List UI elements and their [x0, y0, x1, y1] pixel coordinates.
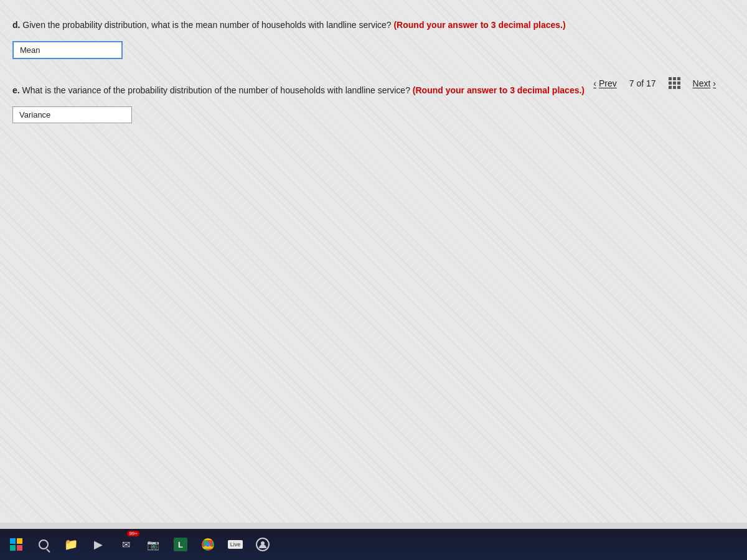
- page-current: 7: [629, 78, 634, 88]
- grid-dot-5: [673, 82, 676, 85]
- grid-dot-2: [673, 77, 676, 80]
- page-info: 7 of 17: [629, 78, 656, 88]
- photo-icon: 📷: [147, 539, 159, 551]
- l-app-button[interactable]: L: [168, 532, 193, 557]
- win-pane-2: [17, 538, 22, 544]
- navigation-bar: ‹ Prev 7 of 17 Next ›: [593, 77, 716, 89]
- question-e-normal-text: What is the variance of the probability …: [22, 85, 413, 95]
- variance-input-wrapper: Variance: [12, 106, 132, 123]
- next-label: Next: [693, 78, 711, 88]
- video-button[interactable]: ▶: [86, 532, 111, 557]
- mail-badge: 99+: [127, 531, 139, 536]
- question-d-text: d. Given the probability distribution, w…: [12, 19, 735, 32]
- windows-icon: [10, 538, 22, 551]
- taskbar: 📁 ▶ ✉ 99+ 📷 L Live: [0, 529, 747, 560]
- question-d-normal-text: Given the probability distribution, what…: [22, 20, 393, 30]
- question-e-bold-text: (Round your answer to 3 decimal places.): [413, 85, 585, 95]
- person-icon: [256, 538, 270, 551]
- next-button[interactable]: Next ›: [693, 78, 716, 88]
- mean-input[interactable]: [44, 44, 119, 57]
- next-chevron-icon: ›: [713, 78, 716, 88]
- mail-button[interactable]: ✉ 99+: [113, 532, 138, 557]
- mean-input-wrapper: Mean: [12, 41, 123, 59]
- question-d-bold-text: (Round your answer to 3 decimal places.): [393, 20, 565, 30]
- prev-button[interactable]: ‹ Prev: [593, 78, 616, 88]
- live-button[interactable]: Live: [223, 532, 248, 557]
- grid-dot-1: [669, 77, 672, 80]
- chrome-inner: [206, 543, 210, 547]
- person-button[interactable]: [250, 532, 275, 557]
- prev-chevron-icon: ‹: [593, 78, 596, 88]
- variance-input[interactable]: [54, 108, 129, 121]
- question-d: d. Given the probability distribution, w…: [12, 19, 735, 59]
- chrome-icon: [202, 538, 214, 551]
- file-explorer-button[interactable]: 📁: [59, 532, 83, 557]
- search-icon: [39, 539, 49, 549]
- folder-icon: 📁: [64, 538, 78, 551]
- chrome-button[interactable]: [195, 532, 220, 557]
- prev-label: Prev: [599, 78, 617, 88]
- grid-dot-7: [669, 86, 672, 89]
- win-pane-3: [10, 545, 16, 551]
- question-e-label: e.: [12, 85, 20, 95]
- video-icon: ▶: [94, 538, 103, 551]
- grid-dot-9: [677, 86, 680, 89]
- l-icon: L: [174, 538, 187, 551]
- photo-button[interactable]: 📷: [141, 532, 166, 557]
- grid-dot-3: [677, 77, 680, 80]
- variance-label: Variance: [16, 108, 54, 121]
- page-total: 17: [646, 78, 656, 88]
- grid-dot-6: [677, 82, 680, 85]
- win-pane-1: [10, 538, 16, 544]
- grid-icon[interactable]: [669, 77, 680, 89]
- question-d-label: d.: [12, 20, 20, 30]
- page-separator: of: [636, 78, 646, 88]
- mean-label: Mean: [16, 44, 44, 57]
- person-svg: [258, 540, 267, 549]
- search-button[interactable]: [31, 532, 56, 557]
- mail-icon: ✉: [122, 539, 130, 551]
- win-pane-4: [17, 545, 22, 551]
- live-badge: Live: [228, 540, 243, 549]
- main-content: d. Given the probability distribution, w…: [0, 0, 747, 523]
- grid-dot-8: [673, 86, 676, 89]
- windows-start-button[interactable]: [4, 532, 29, 557]
- grid-dot-4: [669, 82, 672, 85]
- question-e: e. What is the variance of the probabili…: [12, 84, 735, 123]
